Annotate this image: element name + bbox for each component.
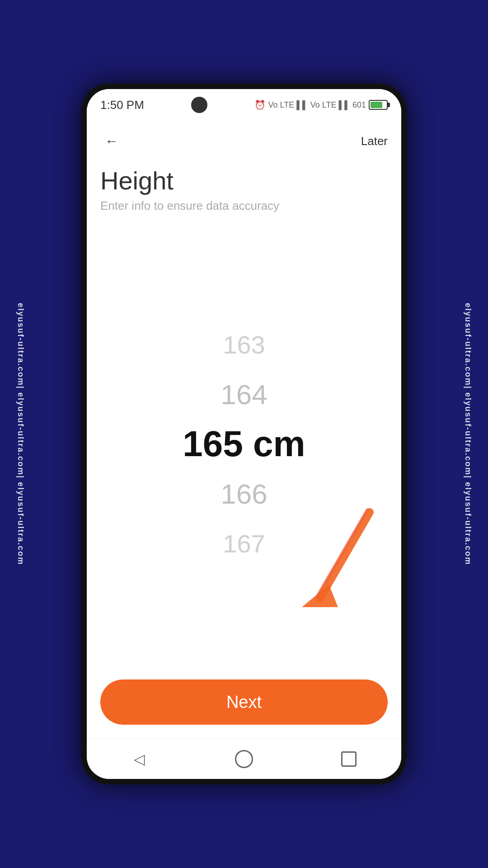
app-content: ← Later Height Enter info to ensure data…: [87, 121, 401, 738]
phone-screen: 1:50 PM ⏰ Vo LTE ▌▌ Vo LTE ▌▌ 601 ← Late…: [87, 89, 401, 779]
app-header: ← Later: [87, 121, 401, 157]
bottom-section: Next: [87, 670, 401, 738]
watermark-left: elyusuf-ultra.com| elyusuf-ultra.com| el…: [0, 0, 41, 868]
battery-icon: [369, 100, 388, 110]
svg-line-0: [320, 512, 370, 598]
status-time: 1:50 PM: [100, 98, 144, 112]
arrow-annotation: [293, 508, 383, 621]
android-back-icon: ◁: [134, 750, 145, 768]
signal-icons: Vo LTE ▌▌ Vo LTE ▌▌ 601: [268, 100, 366, 110]
android-home-icon: [235, 750, 253, 768]
svg-line-2: [318, 510, 367, 596]
back-arrow-icon: ←: [105, 133, 118, 149]
svg-marker-1: [302, 585, 338, 607]
alarm-icon: ⏰: [254, 99, 266, 110]
picker-item-164[interactable]: 164: [183, 369, 305, 419]
page-subtitle: Enter info to ensure data accuracy: [100, 199, 388, 213]
status-icons: ⏰ Vo LTE ▌▌ Vo LTE ▌▌ 601: [254, 99, 388, 110]
android-recents-icon: [341, 751, 357, 767]
height-picker[interactable]: 163 164 165 cm 166 167: [87, 217, 401, 670]
camera-indicator: [191, 97, 207, 113]
android-home-button[interactable]: [230, 745, 258, 773]
picker-items: 163 164 165 cm 166 167: [183, 320, 305, 568]
title-section: Height Enter info to ensure data accurac…: [87, 157, 401, 217]
android-nav-bar: ◁: [87, 738, 401, 779]
picker-item-166[interactable]: 166: [183, 469, 305, 519]
later-button[interactable]: Later: [361, 134, 388, 148]
picker-item-165-selected[interactable]: 165 cm: [183, 419, 305, 469]
android-back-button[interactable]: ◁: [126, 745, 153, 773]
battery-fill: [371, 102, 382, 108]
page-title: Height: [100, 166, 388, 195]
status-bar: 1:50 PM ⏰ Vo LTE ▌▌ Vo LTE ▌▌ 601: [87, 89, 401, 121]
watermark-right: elyusuf-ultra.com| elyusuf-ultra.com| el…: [447, 0, 488, 868]
picker-item-167[interactable]: 167: [183, 519, 305, 568]
android-recents-button[interactable]: [335, 745, 362, 773]
picker-item-163[interactable]: 163: [183, 320, 305, 369]
phone-frame: 1:50 PM ⏰ Vo LTE ▌▌ Vo LTE ▌▌ 601 ← Late…: [81, 84, 407, 784]
next-button[interactable]: Next: [100, 679, 388, 725]
back-button[interactable]: ←: [100, 130, 123, 152]
